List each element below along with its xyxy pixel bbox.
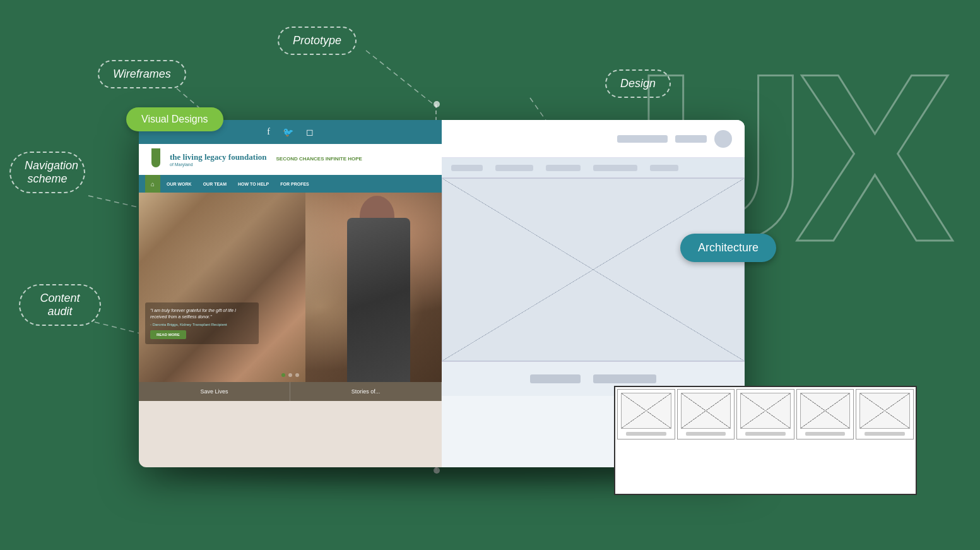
svg-line-3 (366, 51, 437, 107)
site-header: the living legacy foundation of Maryland… (139, 144, 442, 175)
bubble-prototype: Prototype (278, 27, 357, 55)
wf-grid-text-4 (805, 432, 846, 436)
twitter-icon: 🐦 (283, 127, 293, 138)
wf-grid-cell-3 (736, 389, 794, 439)
wf-grid-container (614, 386, 930, 544)
nav-home: ⌂ (145, 175, 160, 193)
hero-dots (281, 373, 299, 377)
wf-nav-item-1 (451, 165, 483, 171)
wf-nav-item-2 (495, 165, 533, 171)
wf-grid-img-4 (800, 393, 851, 429)
wf-grid-cell-2 (677, 389, 735, 439)
site-hero: "I am truly forever grateful for the gif… (139, 193, 442, 382)
wf-grid-img-5 (859, 393, 910, 429)
logo-sub: of Maryland (170, 162, 267, 167)
wf-grid-cell-5 (856, 389, 914, 439)
wf-grid-text-3 (745, 432, 786, 436)
visual-design-side: f 🐦 ◻ the living legacy foundation of Ma… (139, 120, 442, 467)
nav-item-help: HOW TO HELP (233, 182, 274, 186)
bubble-wireframes: Wireframes (98, 60, 186, 88)
instagram-icon: ◻ (306, 127, 314, 138)
wf-footer-bar1 (530, 374, 581, 383)
footer-tab-savelives: Save Lives (139, 382, 290, 401)
site-footer-tabs: Save Lives Stories of... (139, 382, 442, 401)
wf-nav-item-3 (546, 165, 581, 171)
wf-grid-text-2 (686, 432, 726, 436)
wf-grid-img-2 (681, 393, 731, 429)
bubble-content: Content audit (19, 284, 101, 326)
wf-grid-img-1 (621, 393, 671, 429)
wf-grid-img-3 (740, 393, 791, 429)
visual-designs-label: Visual Designs (126, 107, 223, 131)
logo-area: the living legacy foundation of Maryland (170, 152, 267, 167)
bubble-navigation: Navigation scheme (9, 152, 85, 193)
wf-hero-placeholder (442, 178, 745, 361)
tagline: second chances infinite hope (276, 156, 362, 162)
footer-tab-stories: Stories of... (290, 382, 442, 401)
wf-grid-cell-1 (617, 389, 675, 439)
wf-grid-text-5 (865, 432, 905, 436)
wf-grid (614, 386, 917, 495)
wf-header-bar1 (617, 135, 668, 143)
wf-nav-item-4 (593, 165, 637, 171)
wf-header-bar2 (675, 135, 707, 143)
wf-nav-item-5 (650, 165, 678, 171)
hero-person (328, 205, 429, 382)
wf-header-circle (714, 130, 732, 148)
bubble-design: Design (605, 69, 671, 98)
facebook-icon: f (267, 127, 270, 137)
logo-text: the living legacy foundation (170, 152, 267, 162)
nav-item-profes: FOR PROFES (275, 182, 314, 186)
wf-footer-bar2 (593, 374, 656, 383)
nav-item-team: OUR TEAM (198, 182, 232, 186)
wf-grid-text-1 (626, 432, 666, 436)
wf-grid-cell-4 (796, 389, 854, 439)
hero-read-more-btn[interactable]: READ MORE (150, 330, 186, 339)
nav-item-work: OUR WORK (162, 182, 197, 186)
site-nav: ⌂ OUR WORK OUR TEAM HOW TO HELP FOR PROF… (139, 175, 442, 193)
wf-header (442, 120, 745, 158)
wf-nav-bar (442, 158, 745, 178)
architecture-label: Architecture (680, 234, 776, 262)
hero-quote: "I am truly forever grateful for the gif… (145, 302, 259, 344)
